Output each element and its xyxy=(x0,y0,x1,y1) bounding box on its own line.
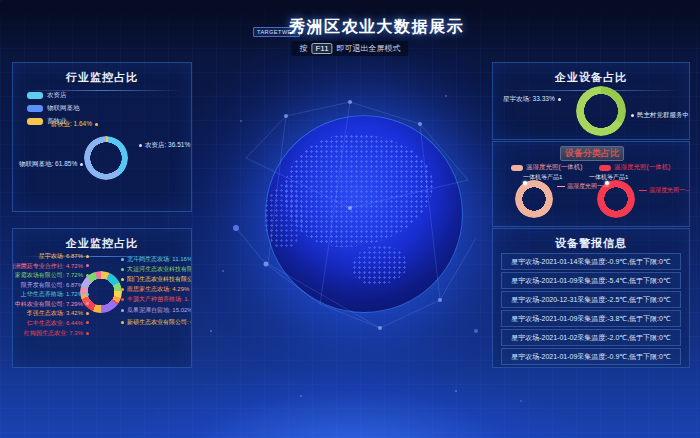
globe-continent-west xyxy=(264,183,303,250)
legend-item[interactable]: 物联网基地 xyxy=(27,104,80,113)
enterprise-device-donut-chart[interactable] xyxy=(576,86,626,136)
alarm-row: 星宇农场-2021-01-02采集温度:-2.0℃,低于下限:0℃ xyxy=(501,329,681,346)
pie-label: 李强生态农场: 3.42% xyxy=(27,310,89,317)
pie-label: 家庭农场有限公司: 7.72% xyxy=(15,272,89,279)
device-category-donut-left[interactable] xyxy=(515,180,553,218)
pie-label: 物联网基地: 61.85% xyxy=(19,160,83,168)
panel-title: 企业监控占比 xyxy=(13,229,191,251)
pie-label: 瓜果泥潭自留地: 15.02% xyxy=(121,307,192,314)
fullscreen-tip: 按 F11 即可退出全屏模式 xyxy=(291,41,408,56)
panel-device-category: 设备分类占比 温湿度光照(一体机) 温湿度光照(一体机) 一体机等产品1 一体机… xyxy=(492,141,690,227)
ring-marker-dot xyxy=(523,181,527,185)
legend-swatch xyxy=(27,105,43,112)
legend-item[interactable]: 农资店 xyxy=(27,91,80,100)
pie-label: 温湿度光照一— xyxy=(557,182,609,191)
industry-donut-chart[interactable] xyxy=(84,136,128,180)
pie-label: 北斗鸽生态农场: 11.16% xyxy=(121,256,192,263)
panel-title: 设备分类占比 xyxy=(560,146,624,161)
panel-title: 企业设备占比 xyxy=(493,63,689,85)
legend-swatch xyxy=(511,165,523,171)
pie-label: 星宇农场: 33.33% xyxy=(503,95,561,103)
legend-label: 农资店 xyxy=(47,91,67,100)
pie-label: 温湿度光照一— xyxy=(639,186,690,195)
pie-label: 阳门生态农业科技有限公 xyxy=(121,276,192,283)
pie-label: 星宇农场: 6.87% xyxy=(39,253,89,260)
globe-continent-asia xyxy=(284,134,433,248)
pie-label: 上华生态养殖场: 1.72% xyxy=(21,291,89,298)
dashboard: TARGETWEB 秀洲区农业大数据展示 按 F11 即可退出全屏模式 行业监控… xyxy=(0,0,700,438)
panel-enterprise-device: 企业设备占比 星宇农场: 33.33% 民主村党群服务中心: xyxy=(492,62,690,140)
panel-device-alarms: 设备警报信息 星宇农场-2021-01-14采集温度:-0.9℃,低于下限:0℃… xyxy=(492,228,690,368)
pie-label: 红梅园生态农业: 7.3% xyxy=(24,330,89,337)
legend-label: 物联网基地 xyxy=(47,104,80,113)
page-title: 秀洲区农业大数据展示 xyxy=(289,17,464,38)
tip-prefix: 按 xyxy=(299,43,307,54)
legend-swatch xyxy=(27,92,43,99)
pie-label: 仁丰生态农业: 6.44% xyxy=(27,320,89,327)
panel-enterprise-monitor: 企业监控占比 星宇农场: 6.87% 秀洲菌菇专业合作社: 4.72% 家庭农场… xyxy=(12,228,192,368)
alarm-row: 星宇农场-2021-01-14采集温度:-0.9℃,低于下限:0℃ xyxy=(501,253,681,270)
pie-label: 丰源大产种苗养殖场: 1. xyxy=(121,296,189,303)
globe xyxy=(265,115,463,313)
panel-title: 设备警报信息 xyxy=(493,229,689,251)
tip-suffix: 即可退出全屏模式 xyxy=(337,43,401,54)
legend-label: 温湿度光照(一体机) xyxy=(526,163,582,172)
legend-label: 温湿度光照(一体机) xyxy=(614,163,670,172)
legend-item[interactable]: 温湿度光照(一体机) xyxy=(599,163,670,172)
legend-item[interactable]: 温湿度光照(一体机) xyxy=(511,163,582,172)
globe-continent-islands xyxy=(352,245,407,284)
pie-label: 秀洲菌菇专业合作社: 4.72% xyxy=(12,263,89,270)
pie-label: 农资店: 36.51% xyxy=(139,141,190,149)
alarm-row: 星宇农场-2021-01-09采集温度:-3.8℃,低于下限:0℃ xyxy=(501,310,681,327)
alarm-row: 星宇农场-2021-01-09采集温度:-0.9℃,低于下限:0℃ xyxy=(501,348,681,365)
pie-label: 畜牧业: 1.64% xyxy=(50,120,98,128)
panel-industry-monitor: 行业监控占比 农资店 物联网基地 畜牧业 畜牧业: 1.64% 农资店: 36.… xyxy=(12,62,192,212)
legend-swatch xyxy=(27,118,43,125)
pie-label: 民主村党群服务中心: xyxy=(631,111,690,119)
pie-label: 新硕生态农业有限公司: 6.87% xyxy=(121,319,192,326)
alarm-row: 星宇农场-2020-12-31采集温度:-2.5℃,低于下限:0℃ xyxy=(501,291,681,308)
pie-label: 大运河生态农业科技有限公 xyxy=(121,266,192,273)
pie-label: 雨思家生态农场: 4.29% xyxy=(121,286,189,293)
f11-key: F11 xyxy=(311,43,332,54)
legend-swatch xyxy=(599,165,611,171)
pie-label: 中科农业有限公司: 7.29% xyxy=(15,301,89,308)
alarm-row: 星宇农场-2021-01-09采集温度:-5.4℃,低于下限:0℃ xyxy=(501,272,681,289)
pie-label: 限开发有限公司: 6.87% xyxy=(21,282,89,289)
panel-title: 行业监控占比 xyxy=(13,63,191,85)
